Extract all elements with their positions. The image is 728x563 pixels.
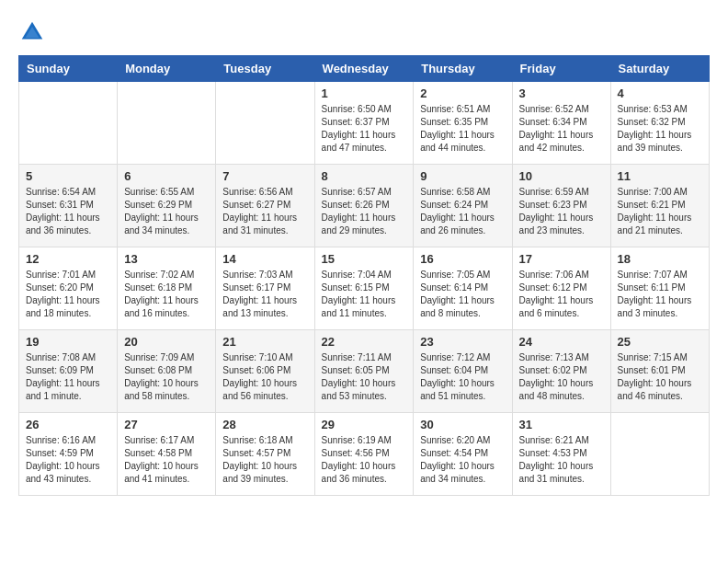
calendar-cell: 7Sunrise: 6:56 AM Sunset: 6:27 PM Daylig… [216,165,314,247]
day-info: Sunrise: 6:17 AM Sunset: 4:58 PM Dayligh… [124,434,209,486]
calendar-cell: 8Sunrise: 6:57 AM Sunset: 6:26 PM Daylig… [314,165,414,247]
calendar-cell: 29Sunrise: 6:19 AM Sunset: 4:56 PM Dayli… [314,413,414,496]
calendar-cell: 13Sunrise: 7:02 AM Sunset: 6:18 PM Dayli… [118,247,216,330]
day-number: 19 [26,335,110,349]
day-number: 29 [322,418,407,431]
day-number: 3 [519,86,604,100]
day-info: Sunrise: 7:11 AM Sunset: 6:05 PM Dayligh… [322,351,407,403]
day-info: Sunrise: 7:13 AM Sunset: 6:02 PM Dayligh… [519,351,604,403]
day-number: 7 [222,169,307,183]
day-info: Sunrise: 6:20 AM Sunset: 4:54 PM Dayligh… [420,434,505,486]
day-number: 25 [618,335,702,349]
calendar-header-monday: Monday [118,56,216,82]
calendar-week-row: 19Sunrise: 7:08 AM Sunset: 6:09 PM Dayli… [19,330,710,413]
day-info: Sunrise: 7:02 AM Sunset: 6:18 PM Dayligh… [124,269,209,320]
day-info: Sunrise: 6:21 AM Sunset: 4:53 PM Dayligh… [519,434,604,486]
calendar-cell: 21Sunrise: 7:10 AM Sunset: 6:06 PM Dayli… [216,330,314,413]
day-info: Sunrise: 7:12 AM Sunset: 6:04 PM Dayligh… [420,351,505,403]
calendar: SundayMondayTuesdayWednesdayThursdayFrid… [18,55,710,496]
calendar-cell: 12Sunrise: 7:01 AM Sunset: 6:20 PM Dayli… [19,247,118,330]
day-number: 21 [222,335,307,349]
day-info: Sunrise: 6:19 AM Sunset: 4:56 PM Dayligh… [322,434,407,486]
day-number: 1 [322,86,407,100]
day-info: Sunrise: 7:08 AM Sunset: 6:09 PM Dayligh… [26,351,110,403]
day-info: Sunrise: 6:57 AM Sunset: 6:26 PM Dayligh… [322,186,407,237]
calendar-header-row: SundayMondayTuesdayWednesdayThursdayFrid… [19,56,710,82]
calendar-cell: 24Sunrise: 7:13 AM Sunset: 6:02 PM Dayli… [512,330,610,413]
calendar-cell: 18Sunrise: 7:07 AM Sunset: 6:11 PM Dayli… [610,247,709,330]
day-info: Sunrise: 7:03 AM Sunset: 6:17 PM Dayligh… [222,269,307,320]
day-number: 20 [124,335,209,349]
day-number: 26 [26,418,110,431]
calendar-cell: 20Sunrise: 7:09 AM Sunset: 6:08 PM Dayli… [118,330,216,413]
calendar-cell: 17Sunrise: 7:06 AM Sunset: 6:12 PM Dayli… [512,247,610,330]
calendar-header-wednesday: Wednesday [314,56,414,82]
day-number: 14 [222,252,307,266]
day-number: 11 [618,169,702,183]
day-number: 28 [222,418,307,431]
day-number: 5 [26,169,110,183]
day-info: Sunrise: 6:51 AM Sunset: 6:35 PM Dayligh… [420,103,505,155]
day-info: Sunrise: 7:00 AM Sunset: 6:21 PM Dayligh… [618,186,702,237]
logo [18,18,50,46]
day-number: 30 [420,418,505,431]
day-info: Sunrise: 6:52 AM Sunset: 6:34 PM Dayligh… [519,103,604,155]
calendar-cell: 3Sunrise: 6:52 AM Sunset: 6:34 PM Daylig… [512,82,610,165]
calendar-cell: 19Sunrise: 7:08 AM Sunset: 6:09 PM Dayli… [19,330,118,413]
day-number: 8 [322,169,407,183]
day-info: Sunrise: 7:07 AM Sunset: 6:11 PM Dayligh… [618,269,702,320]
day-number: 13 [124,252,209,266]
day-number: 9 [420,169,505,183]
day-number: 6 [124,169,209,183]
day-number: 17 [519,252,604,266]
day-number: 27 [124,418,209,431]
calendar-cell: 10Sunrise: 6:59 AM Sunset: 6:23 PM Dayli… [512,165,610,247]
day-info: Sunrise: 7:09 AM Sunset: 6:08 PM Dayligh… [124,351,209,403]
calendar-header-thursday: Thursday [414,56,512,82]
page-header [18,18,710,46]
calendar-cell: 26Sunrise: 6:16 AM Sunset: 4:59 PM Dayli… [19,413,118,496]
calendar-header-friday: Friday [512,56,610,82]
day-info: Sunrise: 6:59 AM Sunset: 6:23 PM Dayligh… [519,186,604,237]
calendar-week-row: 5Sunrise: 6:54 AM Sunset: 6:31 PM Daylig… [19,165,710,247]
day-number: 12 [26,252,110,266]
day-number: 15 [322,252,407,266]
day-info: Sunrise: 6:54 AM Sunset: 6:31 PM Dayligh… [26,186,110,237]
calendar-header-sunday: Sunday [19,56,118,82]
calendar-cell: 5Sunrise: 6:54 AM Sunset: 6:31 PM Daylig… [19,165,118,247]
day-info: Sunrise: 7:10 AM Sunset: 6:06 PM Dayligh… [222,351,307,403]
day-info: Sunrise: 7:01 AM Sunset: 6:20 PM Dayligh… [26,269,110,320]
day-number: 2 [420,86,505,100]
day-info: Sunrise: 7:05 AM Sunset: 6:14 PM Dayligh… [420,269,505,320]
calendar-cell: 15Sunrise: 7:04 AM Sunset: 6:15 PM Dayli… [314,247,414,330]
calendar-cell: 11Sunrise: 7:00 AM Sunset: 6:21 PM Dayli… [610,165,709,247]
calendar-cell: 23Sunrise: 7:12 AM Sunset: 6:04 PM Dayli… [414,330,512,413]
day-info: Sunrise: 6:56 AM Sunset: 6:27 PM Dayligh… [222,186,307,237]
day-info: Sunrise: 7:06 AM Sunset: 6:12 PM Dayligh… [519,269,604,320]
day-number: 24 [519,335,604,349]
calendar-cell: 14Sunrise: 7:03 AM Sunset: 6:17 PM Dayli… [216,247,314,330]
calendar-cell: 25Sunrise: 7:15 AM Sunset: 6:01 PM Dayli… [610,330,709,413]
calendar-cell: 30Sunrise: 6:20 AM Sunset: 4:54 PM Dayli… [414,413,512,496]
day-number: 31 [519,418,604,431]
calendar-cell: 27Sunrise: 6:17 AM Sunset: 4:58 PM Dayli… [118,413,216,496]
calendar-cell: 1Sunrise: 6:50 AM Sunset: 6:37 PM Daylig… [314,82,414,165]
calendar-cell [216,82,314,165]
calendar-cell: 6Sunrise: 6:55 AM Sunset: 6:29 PM Daylig… [118,165,216,247]
calendar-cell: 31Sunrise: 6:21 AM Sunset: 4:53 PM Dayli… [512,413,610,496]
calendar-cell: 9Sunrise: 6:58 AM Sunset: 6:24 PM Daylig… [414,165,512,247]
calendar-cell: 16Sunrise: 7:05 AM Sunset: 6:14 PM Dayli… [414,247,512,330]
calendar-cell: 2Sunrise: 6:51 AM Sunset: 6:35 PM Daylig… [414,82,512,165]
calendar-cell: 4Sunrise: 6:53 AM Sunset: 6:32 PM Daylig… [610,82,709,165]
day-number: 23 [420,335,505,349]
day-info: Sunrise: 6:58 AM Sunset: 6:24 PM Dayligh… [420,186,505,237]
day-info: Sunrise: 6:50 AM Sunset: 6:37 PM Dayligh… [322,103,407,155]
day-info: Sunrise: 7:15 AM Sunset: 6:01 PM Dayligh… [618,351,702,403]
day-info: Sunrise: 7:04 AM Sunset: 6:15 PM Dayligh… [322,269,407,320]
calendar-week-row: 1Sunrise: 6:50 AM Sunset: 6:37 PM Daylig… [19,82,710,165]
day-info: Sunrise: 6:18 AM Sunset: 4:57 PM Dayligh… [222,434,307,486]
calendar-cell [19,82,118,165]
day-number: 22 [322,335,407,349]
day-info: Sunrise: 6:53 AM Sunset: 6:32 PM Dayligh… [618,103,702,155]
calendar-header-saturday: Saturday [610,56,709,82]
